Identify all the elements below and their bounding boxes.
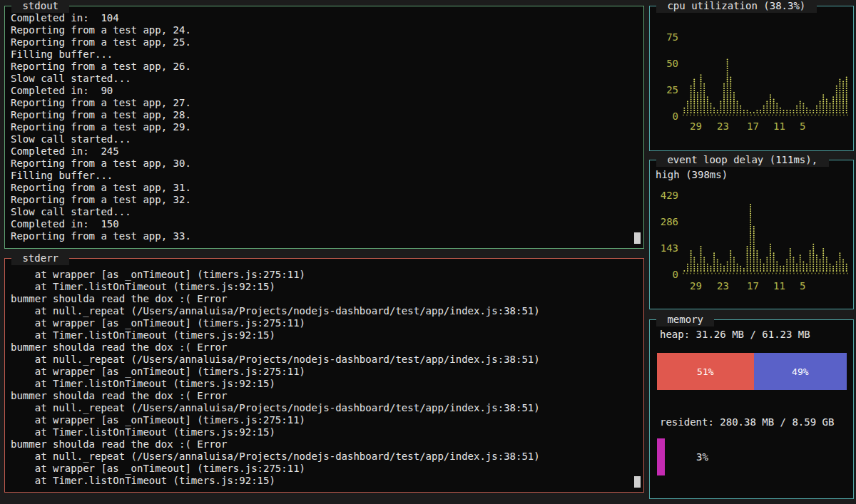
stderr-scrollbar-thumb[interactable] bbox=[634, 476, 641, 488]
stdout-scrollbar-thumb[interactable] bbox=[634, 232, 641, 244]
event-loop-y-tick: 286 bbox=[661, 217, 678, 227]
event-loop-sparkline-chart bbox=[683, 185, 848, 274]
memory-panel-title: memory bbox=[656, 313, 714, 326]
stderr-panel: stderr at wrapper [as _onTimeout] (timer… bbox=[4, 258, 644, 493]
cpu-x-tick: 23 bbox=[717, 120, 729, 132]
stdout-log-line: Slow call started... bbox=[11, 206, 632, 218]
stdout-log-line: Reporting from a test app, 27. bbox=[11, 97, 632, 109]
cpu-y-tick: 50 bbox=[666, 58, 678, 68]
stderr-log-line: at wrapper [as _onTimeout] (timers.js:27… bbox=[11, 463, 632, 475]
stderr-log-line: bummer shoulda read the dox :( Error bbox=[11, 390, 632, 402]
stdout-log-line: Completed in: 150 bbox=[11, 218, 632, 230]
cpu-x-tick: 17 bbox=[747, 120, 759, 132]
stdout-log-line: Reporting from a test app, 24. bbox=[11, 24, 632, 36]
event-loop-panel-title-line2: high (398ms) bbox=[656, 169, 728, 180]
event-loop-x-tick: 5 bbox=[800, 280, 805, 292]
stdout-log-line: Filling buffer... bbox=[11, 170, 632, 182]
stdout-log-line: Reporting from a test app, 32. bbox=[11, 194, 632, 206]
heap-used-pct: 51% bbox=[697, 366, 713, 377]
cpu-y-axis: 75 50 25 0 bbox=[653, 26, 678, 116]
stdout-panel: stdout Completed in: 104Reporting from a… bbox=[4, 6, 644, 249]
stderr-log-line: bummer shoulda read the dox :( Error bbox=[11, 341, 632, 354]
memory-panel: memory heap: 31.26 MB / 61.23 MB 51% 49%… bbox=[649, 319, 854, 499]
event-loop-y-tick: 143 bbox=[661, 243, 678, 253]
stdout-log-line: Filling buffer... bbox=[11, 48, 632, 61]
stderr-log-line: at null._repeat (/Users/annaluisa/Projec… bbox=[11, 354, 632, 366]
event-loop-y-axis: 429 286 143 0 bbox=[653, 185, 678, 274]
cpu-x-tick: 5 bbox=[800, 120, 805, 132]
stderr-log-line: at wrapper [as _onTimeout] (timers.js:27… bbox=[11, 269, 632, 281]
stderr-log-line: at null._repeat (/Users/annaluisa/Projec… bbox=[11, 305, 632, 317]
heap-gauge: 51% 49% bbox=[657, 353, 847, 390]
stderr-log-line: at null._repeat (/Users/annaluisa/Projec… bbox=[11, 451, 632, 463]
stderr-log-line: at wrapper [as _onTimeout] (timers.js:27… bbox=[11, 414, 632, 426]
cpu-sparkline-chart bbox=[683, 26, 848, 116]
stdout-log-line: Reporting from a test app, 28. bbox=[11, 109, 632, 121]
heap-label: heap: 31.26 MB / 61.23 MB bbox=[660, 329, 810, 340]
stderr-log-line: at Timer.listOnTimeout (timers.js:92:15) bbox=[11, 329, 632, 341]
stderr-log-line: bummer shoulda read the dox :( Error bbox=[11, 438, 632, 451]
stdout-log[interactable]: Completed in: 104Reporting from a test a… bbox=[11, 6, 632, 245]
cpu-y-tick: 0 bbox=[673, 111, 678, 121]
event-loop-x-axis: 29 23 17 11 5 bbox=[683, 280, 848, 293]
stderr-log-line: at wrapper [as _onTimeout] (timers.js:27… bbox=[11, 317, 632, 329]
event-loop-y-tick: 429 bbox=[661, 190, 678, 200]
stdout-log-line: Slow call started... bbox=[11, 73, 632, 85]
resident-fill-bar bbox=[657, 438, 665, 475]
stderr-log[interactable]: at wrapper [as _onTimeout] (timers.js:27… bbox=[11, 259, 632, 489]
cpu-y-tick: 75 bbox=[666, 32, 678, 42]
resident-label: resident: 280.38 MB / 8.59 GB bbox=[660, 416, 834, 428]
stdout-log-line: Reporting from a test app, 30. bbox=[11, 158, 632, 170]
heap-free-segment: 49% bbox=[754, 353, 847, 390]
stdout-log-line: Reporting from a test app, 31. bbox=[11, 182, 632, 194]
stderr-panel-title: stderr bbox=[11, 252, 69, 265]
event-loop-x-tick: 23 bbox=[717, 280, 729, 292]
stderr-log-line: bummer shoulda read the dox :( Error bbox=[11, 293, 632, 305]
stderr-log-line: at wrapper [as _onTimeout] (timers.js:27… bbox=[11, 366, 632, 378]
cpu-x-axis: 29 23 17 11 5 bbox=[683, 120, 848, 133]
cpu-y-tick: 25 bbox=[666, 85, 678, 95]
stderr-log-line: at Timer.listOnTimeout (timers.js:92:15) bbox=[11, 475, 632, 487]
stderr-log-line: at Timer.listOnTimeout (timers.js:92:15) bbox=[11, 281, 632, 293]
stdout-log-line: Completed in: 104 bbox=[11, 12, 632, 24]
event-loop-y-tick: 0 bbox=[673, 269, 678, 279]
resident-gauge: 3% bbox=[657, 438, 847, 475]
stdout-log-line: Reporting from a test app, 33. bbox=[11, 230, 632, 242]
stdout-log-line: Completed in: 90 bbox=[11, 85, 632, 97]
stdout-log-line: Reporting from a test app, 25. bbox=[11, 36, 632, 48]
event-loop-panel: event loop delay (111ms), high (398ms) 4… bbox=[649, 160, 854, 309]
cpu-x-tick: 29 bbox=[690, 120, 702, 132]
stdout-log-line: Reporting from a test app, 29. bbox=[11, 121, 632, 133]
event-loop-panel-title: event loop delay (111ms), bbox=[656, 153, 829, 167]
heap-free-pct: 49% bbox=[792, 366, 808, 377]
stdout-panel-title: stdout bbox=[11, 0, 69, 13]
event-loop-x-tick: 11 bbox=[773, 280, 785, 292]
stderr-log-line: at Timer.listOnTimeout (timers.js:92:15) bbox=[11, 426, 632, 438]
stderr-log-line: at Timer.listOnTimeout (timers.js:92:15) bbox=[11, 378, 632, 390]
event-loop-x-tick: 17 bbox=[747, 280, 759, 292]
resident-pct: 3% bbox=[696, 451, 708, 463]
stderr-log-line: at null._repeat (/Users/annaluisa/Projec… bbox=[11, 402, 632, 414]
event-loop-x-tick: 29 bbox=[690, 280, 702, 292]
stdout-log-line: Reporting from a test app, 26. bbox=[11, 61, 632, 73]
heap-used-segment: 51% bbox=[657, 353, 754, 390]
cpu-panel: cpu utilization (38.3%) 75 50 25 0 29 23… bbox=[649, 6, 854, 151]
stdout-log-line: Completed in: 245 bbox=[11, 145, 632, 158]
cpu-x-tick: 11 bbox=[773, 120, 785, 132]
stdout-log-line: Slow call started... bbox=[11, 133, 632, 145]
cpu-panel-title: cpu utilization (38.3%) bbox=[656, 0, 817, 13]
